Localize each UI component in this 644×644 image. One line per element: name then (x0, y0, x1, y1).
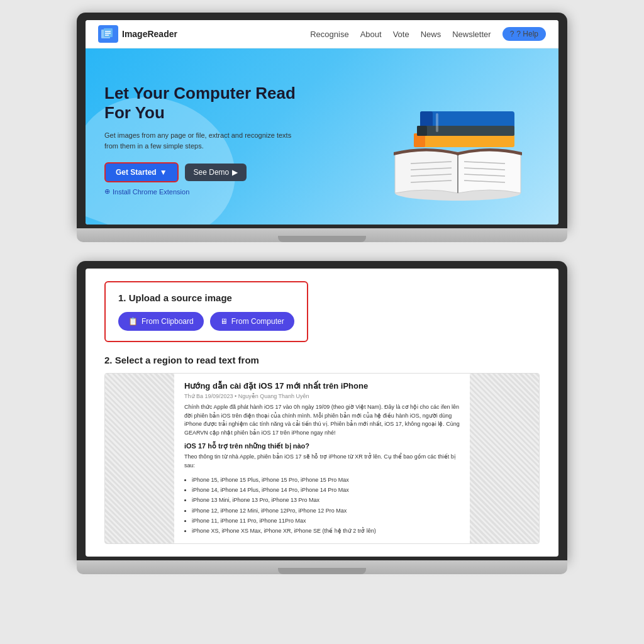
upload-buttons: 📋 From Clipboard 🖥 From Computer (118, 312, 294, 331)
computer-button[interactable]: 🖥 From Computer (210, 312, 294, 331)
bottom-screen-outer: 1. Upload a source image 📋 From Clipboar… (77, 261, 567, 560)
overlay-right (470, 374, 539, 543)
bottom-screen-inner: 1. Upload a source image 📋 From Clipboar… (86, 269, 558, 557)
hero-headline-line1: Let Your Computer Read (104, 84, 296, 103)
nav-links: Recognise About Vote News Newsletter ? ?… (310, 27, 546, 41)
logo-icon (98, 25, 118, 43)
nav-news[interactable]: News (421, 30, 441, 39)
article-body2: Theo thông tin từ nhà Apple, phiên bản i… (184, 453, 460, 470)
hero-section: Let Your Computer Read For You Get image… (86, 48, 558, 225)
select-region-title: 2. Select a region to read text from (104, 355, 540, 365)
top-navbar: ImageReader Recognise About Vote News Ne… (86, 20, 558, 48)
list-item: iPhone 14, iPhone 14 Plus, iPhone 14 Pro… (192, 485, 460, 495)
article-body1: Chính thức Apple đã phát hành iOS 17 vào… (184, 403, 460, 437)
computer-icon: 🖥 (220, 317, 228, 326)
nav-newsletter[interactable]: Newsletter (452, 30, 491, 39)
svg-rect-20 (417, 126, 427, 136)
svg-rect-21 (436, 113, 438, 132)
hero-headline: Let Your Computer Read For You (104, 84, 306, 123)
chrome-extension-button[interactable]: ⊕ Install Chrome Extension (104, 187, 306, 196)
logo: ImageReader (98, 25, 177, 43)
list-item: iPhone 13 Mini, iPhone 13 Pro, iPhone 13… (192, 495, 460, 505)
article-sub-heading: iOS 17 hỗ trợ trên những thiết bị nào? (184, 442, 460, 450)
chrome-icon: ⊕ (104, 187, 110, 196)
get-started-button[interactable]: Get Started ▼ (104, 162, 179, 182)
bottom-laptop-base (77, 560, 567, 574)
top-screen-outer: ImageReader Recognise About Vote News Ne… (77, 13, 567, 228)
overlay-left (105, 374, 174, 543)
get-started-label: Get Started (116, 168, 157, 177)
article-meta: Thứ Ba 19/09/2023 • Nguyễn Quang Thanh U… (184, 393, 460, 399)
nav-about[interactable]: About (360, 30, 382, 39)
svg-rect-1 (104, 28, 113, 37)
help-label: ? Help (516, 30, 538, 38)
hero-description: Get images from any page or file, extrac… (104, 130, 306, 151)
clipboard-label: From Clipboard (142, 317, 194, 326)
article-list: iPhone 15, iPhone 15 Plus, iPhone 15 Pro… (184, 475, 460, 536)
nav-vote[interactable]: Vote (393, 30, 409, 39)
bottom-laptop: 1. Upload a source image 📋 From Clipboar… (77, 261, 567, 574)
chrome-label: Install Chrome Extension (113, 188, 189, 196)
hero-buttons: Get Started ▼ See Demo ▶ (104, 162, 306, 182)
select-region-section: 2. Select a region to read text from Hướ… (104, 355, 540, 544)
top-laptop-base (77, 228, 567, 242)
svg-rect-19 (417, 126, 514, 136)
article-heading: Hướng dẫn cài đặt iOS 17 mới nhất trên i… (184, 381, 460, 391)
bottom-content: 1. Upload a source image 📋 From Clipboar… (86, 269, 558, 557)
article-content: Hướng dẫn cài đặt iOS 17 mới nhất trên i… (174, 374, 470, 543)
upload-title: 1. Upload a source image (118, 292, 294, 303)
see-demo-button[interactable]: See Demo ▶ (185, 164, 247, 181)
upload-section: 1. Upload a source image 📋 From Clipboar… (104, 281, 308, 342)
books-illustration (376, 70, 540, 209)
top-laptop: ImageReader Recognise About Vote News Ne… (77, 13, 567, 242)
logo-text: ImageReader (122, 29, 177, 39)
top-screen-inner: ImageReader Recognise About Vote News Ne… (86, 20, 558, 225)
hero-headline-line2: For You (104, 103, 165, 122)
clipboard-button[interactable]: 📋 From Clipboard (118, 312, 204, 331)
help-button[interactable]: ? ? Help (502, 27, 546, 41)
arrow-down-icon: ▼ (160, 168, 167, 177)
list-item: iPhone 15, iPhone 15 Plus, iPhone 15 Pro… (192, 475, 460, 485)
see-demo-label: See Demo (194, 168, 230, 177)
list-item: iPhone 12, iPhone 12 Mini, iPhone 12Pro,… (192, 506, 460, 516)
article-preview: Hướng dẫn cài đặt iOS 17 mới nhất trên i… (104, 373, 540, 544)
clipboard-icon: 📋 (128, 317, 138, 326)
hero-text: Let Your Computer Read For You Get image… (104, 84, 306, 196)
computer-label: From Computer (231, 317, 284, 326)
list-item: iPhone 11, iPhone 11 Pro, iPhone 11Pro M… (192, 516, 460, 526)
nav-recognise[interactable]: Recognise (310, 30, 348, 39)
help-icon: ? (510, 30, 514, 38)
play-icon: ▶ (232, 168, 238, 177)
list-item: iPhone XS, iPhone XS Max, iPhone XR, iPh… (192, 526, 460, 536)
